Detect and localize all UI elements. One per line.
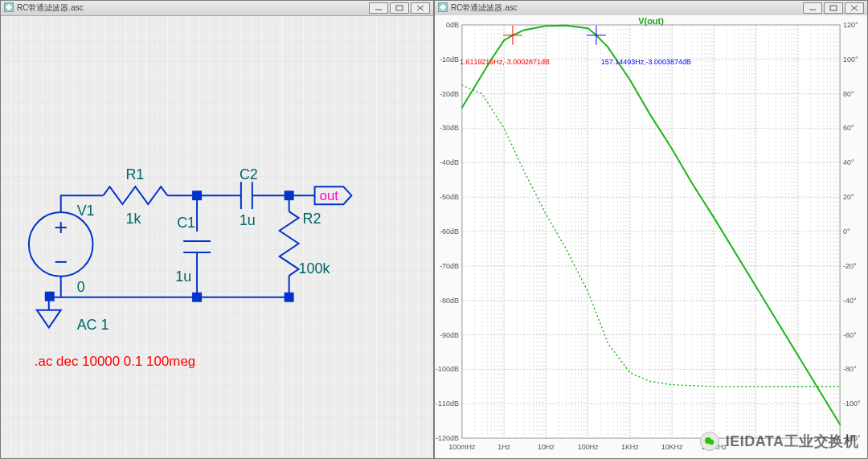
svg-text:-70dB: -70dB [440, 262, 459, 270]
maximize-button[interactable] [824, 2, 843, 14]
svg-text:-110dB: -110dB [436, 400, 459, 408]
ltspice-icon [4, 2, 14, 14]
c2-label: C2 [240, 166, 258, 182]
svg-rect-20 [830, 6, 837, 10]
svg-text:20°: 20° [843, 193, 854, 201]
svg-text:-100°: -100° [843, 400, 861, 408]
svg-text:-90dB: -90dB [440, 331, 459, 339]
svg-text:40°: 40° [843, 158, 854, 166]
plot-titlebar: RC带通滤波器.asc [435, 1, 867, 16]
svg-rect-15 [192, 293, 202, 302]
plot-title: RC带通滤波器.asc [451, 2, 518, 14]
svg-rect-17 [285, 293, 294, 302]
net-label-out[interactable]: out [315, 186, 352, 204]
schematic-canvas[interactable]: out V1 0 AC 1 R1 1k C1 1u C2 1u R2 100k [1, 15, 433, 458]
schematic-titlebar: RC带通滤波器.asc [1, 1, 433, 16]
svg-rect-14 [192, 191, 202, 200]
r2-label: R2 [303, 211, 321, 227]
v1-ac: AC 1 [77, 317, 109, 333]
svg-text:-80°: -80° [843, 365, 857, 373]
svg-text:-20dB: -20dB [440, 90, 459, 98]
spice-directive[interactable]: .ac dec 10000 0.1 100meg [35, 354, 195, 369]
svg-text:-50dB: -50dB [440, 193, 459, 201]
c2-value: 1u [240, 212, 256, 228]
svg-text:-20°: -20° [843, 262, 857, 270]
svg-rect-16 [285, 191, 294, 200]
svg-text:10Hz: 10Hz [538, 443, 555, 451]
r2-value: 100k [299, 260, 330, 277]
svg-text:-120dB: -120dB [436, 434, 459, 442]
minimize-button[interactable] [803, 2, 822, 14]
svg-point-160 [708, 440, 713, 445]
r1-label: R1 [125, 166, 144, 182]
wechat-icon [700, 432, 719, 451]
schematic-window: RC带通滤波器.asc [0, 0, 434, 459]
svg-text:10KHz: 10KHz [661, 443, 683, 451]
close-button[interactable] [845, 2, 864, 14]
c1-value: 1u [175, 268, 191, 285]
plot-window: RC带通滤波器.asc 0dB-10dB-20dB-30dB-40dB-50dB… [434, 0, 868, 459]
r1-value: 1k [125, 211, 141, 227]
svg-text:-100dB: -100dB [436, 365, 459, 373]
svg-text:80°: 80° [843, 90, 854, 98]
v1-label: V1 [77, 203, 95, 219]
ltspice-icon [438, 2, 448, 14]
minimize-button[interactable] [369, 2, 388, 14]
svg-text:100Hz: 100Hz [578, 443, 599, 451]
bode-plot[interactable]: 0dB-10dB-20dB-30dB-40dB-50dB-60dB-70dB-8… [435, 15, 867, 458]
svg-text:-10dB: -10dB [440, 55, 459, 64]
svg-text:1.6119219Hz,-3.0002871dB: 1.6119219Hz,-3.0002871dB [460, 58, 550, 66]
schematic-title: RC带通滤波器.asc [17, 2, 84, 14]
maximize-button[interactable] [390, 2, 409, 14]
svg-text:-30dB: -30dB [440, 124, 459, 132]
svg-text:V(out): V(out) [638, 16, 664, 26]
watermark: IEIDATA工业交换机 [700, 432, 858, 451]
c1-label: C1 [177, 215, 195, 231]
svg-text:-60dB: -60dB [440, 227, 459, 236]
svg-text:-60°: -60° [843, 331, 857, 339]
svg-rect-13 [45, 292, 55, 301]
svg-text:100mHz: 100mHz [448, 443, 476, 451]
svg-text:-80dB: -80dB [440, 297, 459, 305]
watermark-text: IEIDATA工业交换机 [726, 432, 858, 451]
svg-text:-40°: -40° [843, 297, 857, 305]
v1-value: 0 [77, 279, 85, 295]
svg-text:0dB: 0dB [446, 21, 459, 29]
svg-text:100°: 100° [843, 55, 858, 64]
svg-rect-2 [396, 6, 403, 10]
svg-text:120°: 120° [843, 21, 858, 29]
svg-text:157.14493Hz,-3.0003874dB: 157.14493Hz,-3.0003874dB [601, 58, 691, 66]
svg-text:-40dB: -40dB [440, 158, 459, 166]
out-text: out [320, 188, 339, 203]
svg-text:1Hz: 1Hz [497, 443, 510, 451]
svg-text:0°: 0° [843, 227, 850, 236]
svg-text:1KHz: 1KHz [621, 443, 639, 451]
svg-text:60°: 60° [843, 124, 854, 132]
close-button[interactable] [411, 2, 430, 14]
